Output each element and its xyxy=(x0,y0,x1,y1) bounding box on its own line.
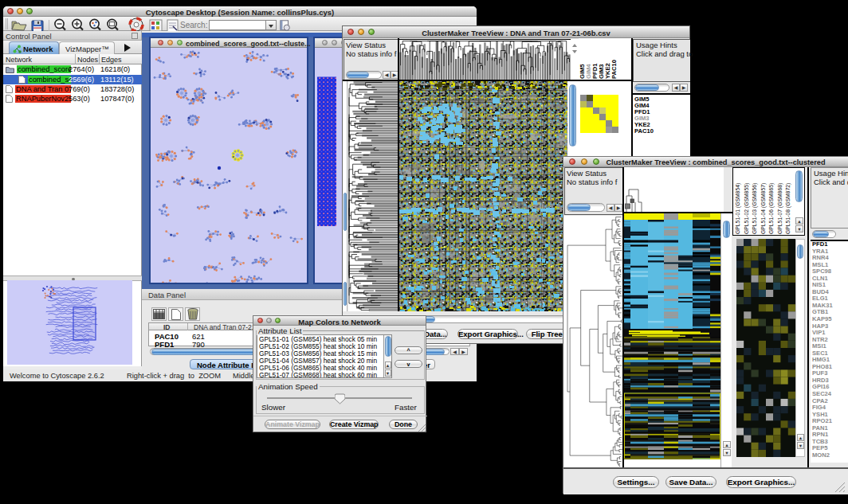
svg-text:PAC10: PAC10 xyxy=(610,60,618,79)
svg-text:GPL51-01 (GSM854): GPL51-01 (GSM854) xyxy=(735,183,741,234)
svg-text:GPL51-02 (GSM855): GPL51-02 (GSM855) xyxy=(744,183,750,234)
svg-text:GPL51-07 (GSM868): GPL51-07 (GSM868) xyxy=(777,183,783,234)
svg-text:GPL51-04 (GSM857): GPL51-04 (GSM857) xyxy=(760,183,767,234)
svg-text:GPL51-08 (GSM872): GPL51-08 (GSM872) xyxy=(785,183,791,234)
svg-text:GPL51-06 (GSM865): GPL51-06 (GSM865) xyxy=(768,183,775,234)
svg-text:GPL51-03 (GSM856): GPL51-03 (GSM856) xyxy=(752,183,758,234)
